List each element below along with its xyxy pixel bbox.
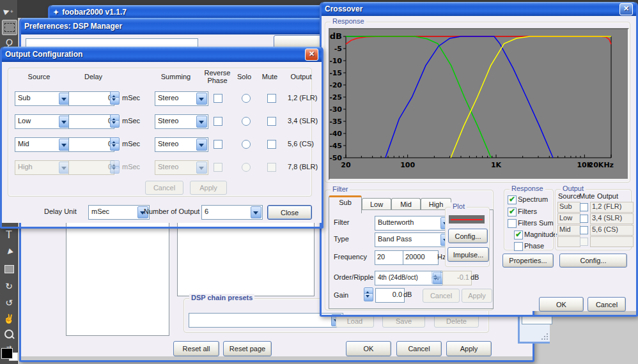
xo-output-cell: 1,2 (FLR)	[590, 202, 634, 213]
delay-field-row4[interactable]: 0	[68, 160, 114, 175]
solo-radio-row1[interactable]	[242, 94, 251, 103]
crossover-ok-button[interactable]: OK	[539, 297, 584, 312]
tab-sub[interactable]: Sub	[329, 195, 362, 213]
xo-mute-mid-checkbox[interactable]	[580, 226, 588, 234]
preset-save-button[interactable]: Save	[382, 315, 425, 328]
preset-delete-button[interactable]: Delete	[434, 315, 479, 328]
gain-spinner[interactable]	[364, 287, 372, 301]
filters-checkbox[interactable]: ✔	[508, 208, 517, 216]
preferences-ok-button[interactable]: OK	[346, 341, 391, 356]
output-cancel-button[interactable]: Cancel	[145, 181, 183, 195]
reset-all-button[interactable]: Reset all	[173, 341, 219, 356]
delay-spinner-row3[interactable]	[110, 137, 118, 151]
xo-source-cell: Mid	[557, 225, 580, 236]
filter-family-combo[interactable]: Butterworth	[375, 216, 453, 231]
plot-config-button[interactable]: Config...	[448, 229, 488, 243]
plot-color-swatch	[449, 215, 485, 224]
output-configuration-titlebar[interactable]: Output Configuration ✕	[2, 47, 322, 62]
delay-field-row3[interactable]: 0	[68, 137, 114, 152]
svg-text:-5: -5	[334, 45, 342, 53]
pass-type-combo[interactable]: Band Pass	[375, 232, 453, 247]
freq-high-field[interactable]: 20000	[403, 250, 439, 265]
summing-combo-row1[interactable]: Stereo	[155, 91, 208, 106]
freq-low-field[interactable]: 20	[375, 250, 405, 265]
source-combo-row2[interactable]: Low	[15, 114, 71, 129]
reset-page-button[interactable]: Reset page	[223, 341, 272, 356]
phase-label: Phase	[524, 242, 544, 250]
mute-checkbox-row3[interactable]	[267, 140, 276, 149]
summing-combo-row3[interactable]: Stereo	[155, 137, 208, 152]
rectangle-tool-icon[interactable]	[2, 262, 16, 276]
reverse-phase-checkbox-row3[interactable]	[214, 140, 222, 149]
crossover-close-icon[interactable]: ✕	[619, 3, 633, 15]
delay-unit-combo[interactable]: mSec	[88, 205, 150, 220]
solo-radio-row4[interactable]	[242, 163, 251, 172]
delay-spinner-row2[interactable]	[110, 114, 118, 128]
output-config-button[interactable]: Config...	[559, 254, 627, 268]
source-combo-row3[interactable]: Mid	[15, 137, 71, 152]
preset-load-button[interactable]: Load	[336, 315, 374, 328]
delay-field-row2[interactable]: 0	[68, 114, 114, 129]
col-source-header: Source	[21, 73, 57, 80]
filter-caption: Filter	[331, 185, 350, 193]
reverse-phase-checkbox-row2[interactable]	[214, 117, 222, 126]
svg-text:-20: -20	[330, 81, 342, 89]
xo-mute-sub-checkbox[interactable]	[580, 203, 588, 211]
hand-tool-icon[interactable]: ✌	[2, 312, 16, 326]
phase-checkbox[interactable]	[514, 242, 523, 251]
foobar2000-titlebar[interactable]: ✦ foobar2000 v1.1.7	[50, 5, 325, 19]
output-label-row4: 7,8 (BLR)	[288, 163, 318, 171]
filter-cancel-button[interactable]: Cancel	[423, 289, 460, 303]
zoom-tool-icon[interactable]	[2, 327, 16, 341]
magnitude-checkbox[interactable]: ✔	[514, 231, 523, 239]
filter-apply-button[interactable]: Apply	[462, 289, 492, 303]
crossover-titlebar[interactable]: Crossover ✕	[322, 2, 636, 16]
filters-sum-checkbox[interactable]	[508, 219, 517, 228]
summing-combo-row2[interactable]: Stereo	[155, 114, 208, 129]
source-combo-row1[interactable]: Sub	[15, 91, 71, 106]
marquee-tool-icon[interactable]	[2, 20, 17, 35]
mute-checkbox-row1[interactable]	[267, 94, 276, 103]
delay-spinner-row4[interactable]	[110, 160, 118, 174]
xo-source-cell	[557, 236, 580, 247]
preferences-cancel-button[interactable]: Cancel	[396, 341, 442, 356]
output-configuration-title: Output Configuration	[5, 50, 82, 59]
output-close-button[interactable]: Close	[267, 205, 312, 220]
type-tool-icon[interactable]: T	[2, 228, 16, 242]
move-tool-icon[interactable]: ▶＋	[2, 4, 16, 18]
rotate-view-tool-icon[interactable]: ↻	[2, 279, 16, 293]
ripple-field[interactable]: -0.1	[442, 271, 472, 285]
gain-field[interactable]: 0.0	[375, 288, 405, 303]
gain-unit-label: dB	[403, 291, 412, 298]
svg-text:-45: -45	[330, 142, 342, 150]
reverse-phase-checkbox-row4[interactable]	[214, 163, 222, 172]
solo-radio-row2[interactable]	[242, 117, 251, 126]
reverse-phase-checkbox-row1[interactable]	[214, 94, 222, 103]
mute-checkbox-row4[interactable]	[267, 163, 276, 172]
orbit-tool-icon[interactable]: ↺	[2, 296, 16, 310]
output-configuration-close-icon[interactable]: ✕	[305, 49, 318, 61]
delay-field-row1[interactable]: 0	[68, 91, 114, 106]
direct-select-tool-icon[interactable]: ▶	[2, 245, 16, 259]
preferences-apply-button[interactable]: Apply	[446, 341, 492, 356]
crossover-window: Crossover ✕ Response dB-5-10-15-20-25-30…	[320, 2, 638, 317]
magnitude-label: Magnitude	[524, 231, 557, 238]
solo-radio-row3[interactable]	[242, 140, 251, 149]
crossover-cancel-button[interactable]: Cancel	[587, 297, 626, 312]
properties-button[interactable]: Properties...	[502, 254, 554, 268]
source-combo-row4[interactable]: High	[15, 160, 71, 175]
output-apply-button[interactable]: Apply	[190, 181, 227, 195]
delay-spinner-row1[interactable]	[110, 91, 118, 105]
foreground-color-swatch[interactable]	[1, 348, 13, 359]
mute-checkbox-row2[interactable]	[267, 117, 276, 126]
ripple-spinner[interactable]	[432, 271, 440, 284]
summing-combo-row4[interactable]: Stereo	[155, 160, 208, 175]
xo-mute-low-checkbox[interactable]	[580, 215, 588, 223]
number-of-output-combo[interactable]: 6	[201, 205, 263, 220]
plot-impulse-button[interactable]: Impulse...	[447, 247, 489, 262]
gain-label: Gain	[334, 291, 348, 299]
resize-grip[interactable]	[541, 333, 548, 340]
delay-unit-row1: mSec	[122, 94, 140, 102]
spectrum-checkbox[interactable]: ✔	[508, 195, 517, 204]
xo-mute-high-checkbox[interactable]	[580, 238, 588, 246]
